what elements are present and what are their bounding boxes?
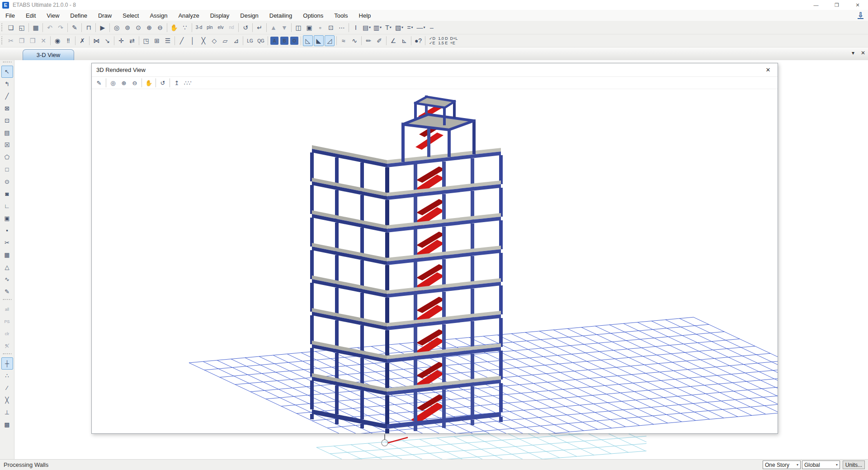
menu-display[interactable]: Display [205,11,235,20]
show-joints-icon[interactable]: ∵ [180,22,190,33]
draw-tower-tool[interactable]: △ [1,261,13,273]
menu-edit[interactable]: Edit [20,11,41,20]
snap-to-joints-tool[interactable]: ∴ [1,370,13,382]
edit-story-icon[interactable]: ☰ [163,35,173,46]
show-analysis-model-button[interactable]: A [270,37,278,45]
new-model-icon[interactable]: ❏ [6,22,16,33]
menu-help[interactable]: Help [354,11,377,20]
quick-draw-wall-tool[interactable]: ▣ [1,212,13,224]
edit-grid-icon[interactable]: ⊞ [152,35,162,46]
frame-sections-icon[interactable]: I [351,22,361,33]
3d-rendered-scene[interactable] [92,89,778,433]
draw-wall-stack-tool[interactable]: ▦ [1,249,13,261]
quick-draw-column-tool[interactable]: ⊡ [1,114,13,127]
units-button[interactable]: Units... [843,461,865,469]
select-pointer-tool[interactable]: ↖ [1,66,13,78]
draw-curved-beam-tool[interactable]: ∿ [1,273,13,285]
story-selector-dropdown[interactable]: One Story ▾ [763,461,801,469]
snap-to-fine-grid-tool[interactable]: ▩ [1,418,13,431]
find-icon[interactable]: ◉ [52,35,62,46]
more-options-icon[interactable]: ⋯ [337,22,347,33]
pan-icon[interactable]: ✋ [169,22,179,33]
draw-dimension-icon[interactable]: ✐ [374,35,384,46]
snap-to-line-intersections-tool[interactable]: ╳ [1,394,13,406]
guide-line-icon[interactable]: – [427,22,437,33]
tab-3d-view[interactable]: 3-D View [23,49,74,60]
menu-tools[interactable]: Tools [329,11,353,20]
draw-rectangular-floor-tool[interactable]: □ [1,163,13,176]
quick-draw-secondary-beams-tool[interactable]: ▤ [1,127,13,139]
view-limits-icon[interactable]: ∿ [349,35,359,46]
quick-draw-opening-tool[interactable]: ◙ [1,188,13,200]
text-labels-menu-icon[interactable]: T▾ [383,22,393,33]
zoom-in-icon[interactable]: ⊕ [119,77,129,88]
steel-design-menu-icon[interactable]: ▤▾ [362,22,372,33]
move-joints-icon[interactable]: ✛ [116,35,126,46]
coordinate-system-dropdown[interactable]: Global ▾ [802,461,840,469]
draw-floor-tool[interactable]: ⬠ [1,151,13,163]
menu-assign[interactable]: Assign [144,11,173,20]
paste-icon[interactable]: ❒ [28,35,38,46]
load-group-button[interactable]: LG [245,35,255,46]
previous-zoom-icon[interactable]: ⊙ [133,22,143,33]
section-cut-menu-icon[interactable]: ▧▾ [394,22,404,33]
snap-to-intersections-icon[interactable]: ◿ [325,35,335,46]
show-objects-button[interactable]: O [290,37,298,45]
draw-wall-tool[interactable]: ∟ [1,200,13,212]
mirror-icon[interactable]: ⇄ [127,35,137,46]
pan-icon[interactable]: ✋ [144,77,154,88]
menu-select[interactable]: Select [117,11,144,20]
save-model-icon[interactable]: ▦ [31,22,41,33]
delete-icon[interactable]: ✕ [38,35,48,46]
draw-dimension-tool[interactable]: ✎ [1,285,13,298]
render-sphere-help-icon[interactable]: ●? [413,35,423,46]
draw-walls-pencil-icon[interactable]: ✏ [363,35,373,46]
menu-analyze[interactable]: Analyze [173,11,204,20]
draw-wall-icon[interactable]: ▱ [220,35,230,46]
select-all-tool[interactable]: all [1,303,13,315]
quick-draw-beam-tool[interactable]: ⊠ [1,102,13,114]
restore-full-view-icon[interactable]: ⊚ [123,22,132,33]
active-view-menu-icon[interactable]: ▾ [852,50,854,56]
menu-detailing[interactable]: Detailing [264,11,298,20]
menu-options[interactable]: Options [297,11,329,20]
draw-beam-icon[interactable]: ╱ [177,35,187,46]
zoom-in-icon[interactable]: ⊕ [144,22,154,33]
draw-floor-icon[interactable]: ◇ [209,35,219,46]
select-intersecting-line-icon[interactable]: ◫ [293,22,303,33]
view-3d-button[interactable]: 3-d [194,22,204,33]
close-view-icon[interactable]: ✕ [861,50,865,56]
extrude-icon[interactable]: ◳ [141,35,151,46]
next-story-icon[interactable]: ▼ [279,22,289,33]
quick-draw-braces-tool[interactable]: ☒ [1,139,13,151]
clear-selection-tool[interactable]: clr [1,328,13,340]
view-plan-button[interactable]: pln [205,22,215,33]
redo-icon[interactable]: ↷ [56,22,66,33]
menu-design[interactable]: Design [235,11,264,20]
download-update-icon[interactable]: ⇩ [858,12,863,19]
draw-column-icon[interactable]: │ [188,35,198,46]
menu-view[interactable]: View [41,11,65,20]
snap-to-line-midpoints-tool[interactable]: ∕ [1,382,13,394]
open-model-icon[interactable]: ◱ [17,22,27,33]
rotate-3d-view-icon[interactable]: ↺ [158,77,168,88]
quick-draw-floor-tool[interactable]: ⊙ [1,176,13,188]
set-display-options-icon[interactable]: ▣ [304,22,314,33]
lock-model-icon[interactable]: ⊓ [84,22,94,33]
copy-icon[interactable]: ❐ [17,35,27,46]
reselect-previous-tool[interactable]: PS [1,315,13,328]
show-physical-model-button[interactable]: B [280,37,288,45]
zoom-out-icon[interactable]: ⊖ [155,22,165,33]
object-shrink-toggle-icon[interactable]: ▫ [315,22,325,33]
reshape-tool[interactable]: ↰ [1,78,13,90]
menu-draw[interactable]: Draw [93,11,117,20]
snap-to-endpoints-icon[interactable]: ◺ [303,35,313,46]
walkthrough-icon[interactable]: ∴∵ [183,77,193,88]
draw-brace-icon[interactable]: ╳ [198,35,208,46]
render-window-close-icon[interactable]: ✕ [762,65,774,75]
measure-angle-icon[interactable]: ∠ [388,35,398,46]
rubber-band-zoom-icon[interactable]: ◎ [108,77,118,88]
edit-pencil-icon[interactable]: ✎ [70,22,80,33]
show-loads-icon[interactable]: ‼ [63,35,73,46]
concrete-design-menu-icon[interactable]: ▥▾ [373,22,382,33]
